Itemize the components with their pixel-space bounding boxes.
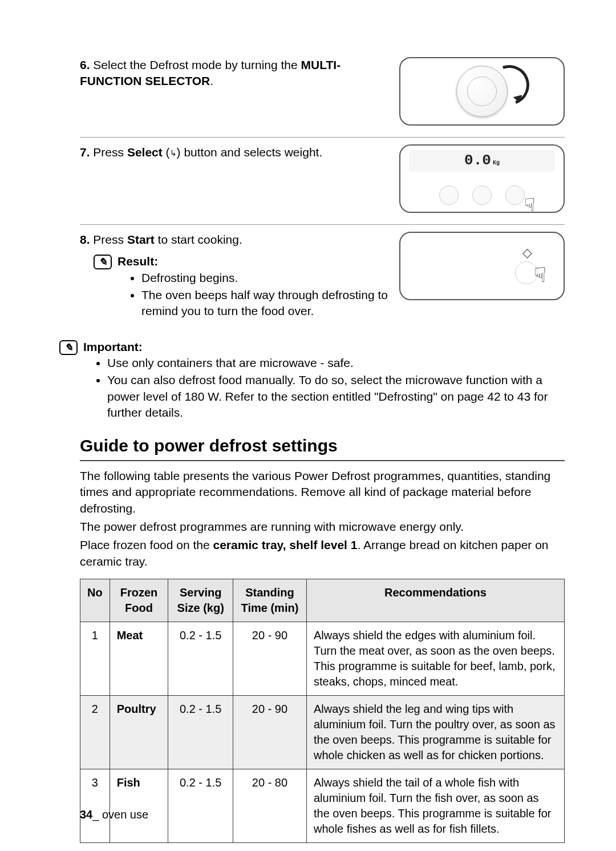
guide-intro-1: The following table presents the various… xyxy=(80,468,565,517)
table-row: 3 Fish 0.2 - 1.5 20 - 80 Always shield t… xyxy=(80,769,565,843)
th-size: Serving Size (kg) xyxy=(168,579,233,622)
cell-no: 1 xyxy=(80,622,110,696)
button-row xyxy=(400,185,564,205)
step-7-illustration: 0.0 Kg ☟ xyxy=(399,144,565,213)
result-block: ✎ Result: Defrosting begins. The oven be… xyxy=(94,253,388,320)
step-7-mid: ( xyxy=(163,146,170,159)
cell-no: 2 xyxy=(80,696,110,769)
step-8-before: Press xyxy=(93,233,127,246)
hand-tap-icon: ☟ xyxy=(524,193,535,217)
table-row: 2 Poultry 0.2 - 1.5 20 - 90 Always shiel… xyxy=(80,696,565,769)
footer-section: oven use xyxy=(99,808,148,821)
cell-size: 0.2 - 1.5 xyxy=(168,769,233,843)
step-7-text: 7. Press Select (↳) button and selects w… xyxy=(80,144,399,160)
cell-food: Fish xyxy=(110,769,168,843)
important-block: ✎ Important: Use only containers that ar… xyxy=(59,339,565,422)
guide-intro-3: Place frozen food on the ceramic tray, s… xyxy=(80,537,565,570)
cell-time: 20 - 90 xyxy=(233,696,306,769)
page-number: 34 xyxy=(80,808,92,821)
cell-rec: Always shield the tail of a whole fish w… xyxy=(306,769,564,843)
th-rec: Recommendations xyxy=(306,579,564,622)
step-7-before: Press xyxy=(93,146,127,159)
cell-rec: Always shield the leg and wing tips with… xyxy=(306,696,564,769)
select-button-icon: ↳ xyxy=(170,148,177,158)
weight-unit: Kg xyxy=(493,159,500,167)
step-7-select: Select xyxy=(127,146,163,159)
step-6-body-after: . xyxy=(210,74,213,87)
step-8-after: to start cooking. xyxy=(155,233,242,246)
note-icon: ✎ xyxy=(94,255,112,269)
step-6-body-before: Select the Defrost mode by turning the xyxy=(93,58,301,71)
defrost-table: No Frozen Food Serving Size (kg) Standin… xyxy=(80,579,565,843)
circle-button-icon xyxy=(472,185,492,205)
step-6-illustration xyxy=(399,57,565,126)
step-8-illustration: ◇ ☟ xyxy=(399,232,565,300)
step-8-bold: Start xyxy=(127,233,155,246)
cell-food: Poultry xyxy=(110,696,168,769)
step-7-num: 7. xyxy=(80,146,90,159)
result-title: Result: xyxy=(117,253,388,269)
step-7-after: ) button and selects weight. xyxy=(177,146,323,159)
guide-intro-2: The power defrost programmes are running… xyxy=(80,519,565,535)
circle-button-icon xyxy=(439,185,459,205)
important-item-2: You can also defrost food manually. To d… xyxy=(107,372,565,421)
result-content: Result: Defrosting begins. The oven beep… xyxy=(117,253,388,320)
th-time: Standing Time (min) xyxy=(233,579,306,622)
step-8: 8. Press Start to start cooking. ✎ Resul… xyxy=(80,232,565,332)
result-list: Defrosting begins. The oven beeps half w… xyxy=(117,270,388,320)
step-7: 7. Press Select (↳) button and selects w… xyxy=(80,144,565,225)
cell-time: 20 - 90 xyxy=(233,622,306,696)
th-food: Frozen Food xyxy=(110,579,168,622)
guide-intro-3b: ceramic tray, shelf level 1 xyxy=(213,538,358,551)
note-icon: ✎ xyxy=(59,340,78,355)
cell-size: 0.2 - 1.5 xyxy=(168,696,233,769)
footer-sep: _ xyxy=(92,808,99,821)
step-8-text: 8. Press Start to start cooking. ✎ Resul… xyxy=(80,232,399,321)
table-row: 1 Meat 0.2 - 1.5 20 - 90 Always shield t… xyxy=(80,622,565,696)
important-item-1: Use only containers that are microwave -… xyxy=(107,355,565,371)
circle-button-icon xyxy=(505,185,525,205)
important-title: Important: xyxy=(83,339,565,355)
weight-value: 0.0 xyxy=(464,151,491,171)
step-6: 6. Select the Defrost mode by turning th… xyxy=(80,57,565,138)
step-6-num: 6. xyxy=(80,58,90,71)
guide-intro-3a: Place frozen food on the xyxy=(80,538,213,551)
cell-rec: Always shield the edges with aluminium f… xyxy=(306,622,564,696)
important-content: Important: Use only containers that are … xyxy=(83,339,565,422)
table-header-row: No Frozen Food Serving Size (kg) Standin… xyxy=(80,579,565,622)
cell-no: 3 xyxy=(80,769,110,843)
cell-size: 0.2 - 1.5 xyxy=(168,622,233,696)
weight-display: 0.0 Kg xyxy=(409,150,555,172)
hand-tap-icon: ☟ xyxy=(534,261,546,289)
step-6-text: 6. Select the Defrost mode by turning th… xyxy=(80,57,399,90)
page-footer: 34_ oven use xyxy=(80,807,148,822)
result-item-1: Defrosting begins. xyxy=(141,270,388,286)
cell-time: 20 - 80 xyxy=(233,769,306,843)
important-list: Use only containers that are microwave -… xyxy=(83,355,565,421)
result-item-2: The oven beeps half way through defrosti… xyxy=(141,287,388,320)
step-8-num: 8. xyxy=(80,233,90,246)
guide-heading: Guide to power defrost settings xyxy=(80,434,565,461)
th-no: No xyxy=(80,579,110,622)
start-diamond-icon: ◇ xyxy=(522,244,532,261)
cell-food: Meat xyxy=(110,622,168,696)
